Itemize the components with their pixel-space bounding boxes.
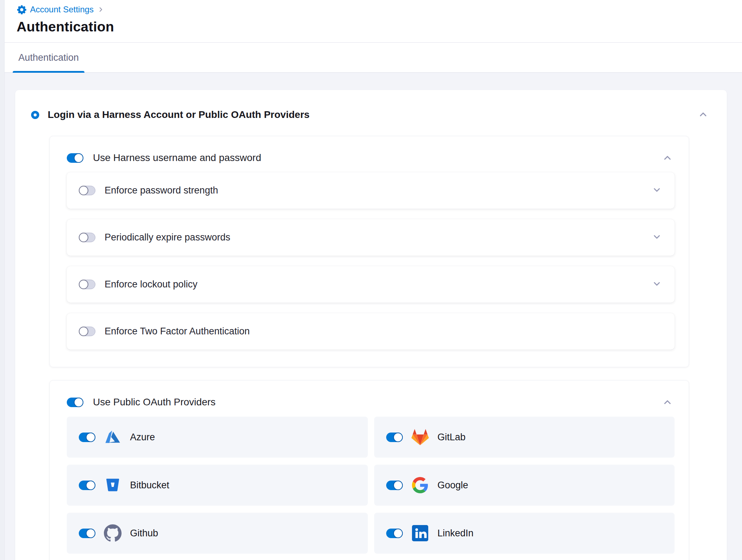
toggle-knob — [393, 529, 403, 538]
chevron-up-icon — [662, 153, 673, 163]
provider-label: LinkedIn — [437, 528, 473, 539]
google-icon — [411, 476, 430, 495]
linkedin-icon — [411, 524, 430, 543]
toggle-knob — [79, 186, 88, 195]
account-settings-gear-icon — [17, 5, 27, 15]
enforce-two-factor-authentication-toggle[interactable] — [79, 327, 95, 336]
left-gutter — [0, 0, 5, 560]
provider-label: Azure — [130, 432, 155, 443]
tab-authentication[interactable]: Authentication — [13, 43, 84, 73]
option-label: Periodically expire passwords — [105, 232, 230, 243]
login-method-header: Login via a Harness Account or Public OA… — [31, 108, 727, 122]
expand-option-button[interactable] — [652, 232, 662, 242]
chevron-up-icon — [662, 397, 673, 407]
breadcrumb-chevron-right-icon — [98, 6, 104, 13]
option-enforce-two-factor-authentication: Enforce Two Factor Authentication — [67, 313, 675, 350]
bitbucket-toggle[interactable] — [79, 481, 95, 490]
provider-tile-google: Google — [374, 465, 675, 506]
toggle-knob — [79, 280, 88, 289]
public-oauth-providers-panel: Use Public OAuth Providers — [49, 380, 689, 560]
chevron-down-icon — [652, 232, 662, 242]
toggle-knob — [393, 481, 403, 490]
toggle-knob — [86, 529, 95, 538]
azure-icon — [103, 428, 122, 447]
option-enforce-lockout-policy: Enforce lockout policy — [67, 266, 675, 303]
breadcrumb: Account Settings — [17, 4, 742, 16]
enforce-password-strength-toggle[interactable] — [79, 186, 95, 195]
oauth-panel-header: Use Public OAuth Providers — [67, 395, 674, 409]
login-method-title: Login via a Harness Account or Public OA… — [48, 109, 310, 120]
provider-tile-linkedin: LinkedIn — [374, 513, 675, 554]
use-public-oauth-providers-toggle[interactable] — [67, 398, 83, 407]
content-area: Login via a Harness Account or Public OA… — [5, 73, 742, 560]
enforce-lockout-policy-toggle[interactable] — [79, 280, 95, 289]
expand-option-button[interactable] — [652, 185, 662, 195]
gitlab-icon — [411, 428, 430, 447]
login-method-radio[interactable] — [31, 111, 39, 119]
login-methods-card: Login via a Harness Account or Public OA… — [15, 90, 727, 560]
tab-authentication-label: Authentication — [18, 52, 79, 63]
collapse-harness-panel-button[interactable] — [662, 153, 673, 163]
toggle-knob — [393, 433, 403, 442]
provider-label: GitLab — [437, 432, 466, 443]
oauth-panel-title: Use Public OAuth Providers — [93, 397, 216, 408]
provider-tile-azure: Azure — [67, 417, 368, 458]
provider-label: Github — [130, 528, 158, 539]
collapse-card-button[interactable] — [698, 109, 708, 120]
harness-username-password-toggle[interactable] — [67, 153, 83, 163]
provider-label: Bitbucket — [130, 480, 169, 491]
authentication-settings-page: Account Settings Authentication Authenti… — [5, 0, 742, 560]
toggle-knob — [74, 398, 83, 407]
option-enforce-password-strength: Enforce password strength — [67, 172, 675, 209]
toggle-knob — [79, 233, 88, 242]
harness-panel-header: Use Harness username and password — [67, 151, 674, 165]
provider-label: Google — [437, 480, 468, 491]
toggle-knob — [74, 153, 83, 163]
active-tab-underline — [13, 71, 84, 73]
page-title: Authentication — [17, 19, 742, 35]
option-periodically-expire-passwords: Periodically expire passwords — [67, 219, 675, 256]
collapse-oauth-panel-button[interactable] — [662, 397, 673, 407]
breadcrumb-account-settings-link[interactable]: Account Settings — [30, 5, 94, 14]
option-label: Enforce password strength — [105, 185, 218, 196]
azure-toggle[interactable] — [79, 433, 95, 442]
provider-tile-github: Github — [67, 513, 368, 554]
github-icon — [103, 524, 122, 543]
harness-username-password-panel: Use Harness username and password Enforc… — [49, 136, 689, 367]
option-label: Enforce lockout policy — [105, 279, 198, 290]
toggle-knob — [79, 327, 88, 336]
github-toggle[interactable] — [79, 529, 95, 538]
toggle-knob — [86, 481, 95, 490]
bitbucket-icon — [103, 476, 122, 495]
provider-tile-gitlab: GitLab — [374, 417, 675, 458]
oauth-provider-grid: Azure — [67, 417, 674, 554]
expand-option-button[interactable] — [652, 279, 662, 289]
gitlab-toggle[interactable] — [386, 433, 403, 442]
chevron-down-icon — [652, 185, 662, 195]
harness-panel-title: Use Harness username and password — [93, 152, 261, 163]
option-label: Enforce Two Factor Authentication — [105, 326, 250, 337]
tab-bar: Authentication — [5, 42, 742, 73]
linkedin-toggle[interactable] — [386, 529, 403, 538]
provider-tile-bitbucket: Bitbucket — [67, 465, 368, 506]
chevron-down-icon — [652, 279, 662, 289]
chevron-up-icon — [698, 109, 708, 120]
page-header: Account Settings Authentication — [5, 0, 742, 35]
toggle-knob — [86, 433, 95, 442]
periodically-expire-passwords-toggle[interactable] — [79, 233, 95, 242]
google-toggle[interactable] — [386, 481, 403, 490]
